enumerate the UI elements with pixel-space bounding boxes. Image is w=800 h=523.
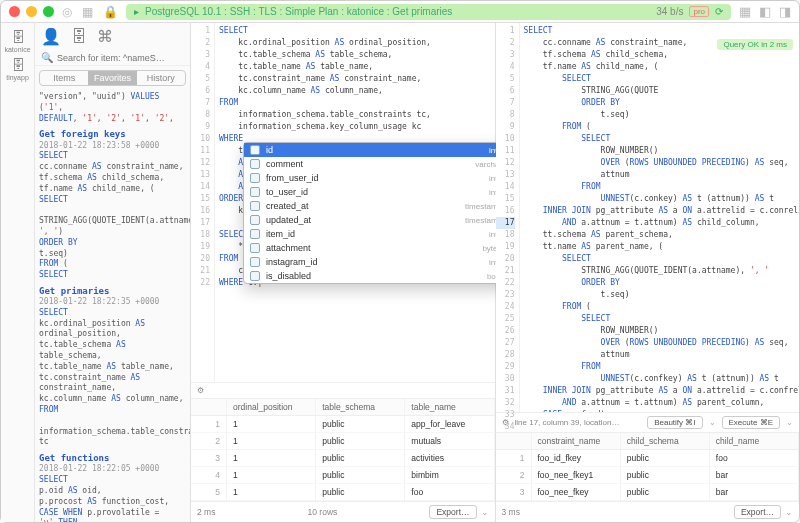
table-header[interactable]: table_name: [405, 399, 494, 415]
layout-grid-icon[interactable]: ▦: [739, 4, 751, 19]
tab-items[interactable]: Items: [40, 71, 88, 85]
tab-history[interactable]: History: [137, 71, 185, 85]
table-header[interactable]: table_schema: [316, 399, 405, 415]
search-input[interactable]: [57, 53, 184, 63]
toolbar-left-icons: ◎ ▦ 🔒: [62, 5, 118, 19]
rail-label: tinyapp: [6, 74, 29, 81]
chevron-down-icon[interactable]: ⌄: [785, 507, 793, 517]
table-cell: foo_id_fkey: [532, 450, 621, 466]
table-cell: foo_nee_fkey1: [532, 467, 621, 483]
item-name: instagram_id: [266, 257, 483, 267]
gear-icon[interactable]: ⚙: [197, 386, 204, 395]
table-header[interactable]: constraint_name: [532, 433, 621, 449]
close-window-button[interactable]: [9, 6, 20, 17]
autocomplete-item[interactable]: updated_at timestamp: [244, 213, 508, 227]
favorite-sql: SELECT kc.ordinal_position AS ordinal_po…: [39, 308, 186, 448]
right-footer: 3 ms Export… ⌄: [496, 501, 800, 522]
database-icon: 🗄: [11, 57, 25, 73]
table-cell: mutuals: [405, 433, 494, 449]
table-cell: public: [316, 450, 405, 466]
play-icon[interactable]: ▸: [134, 6, 139, 17]
table-cell: public: [621, 467, 710, 483]
column-icon: [250, 229, 260, 239]
autocomplete-item[interactable]: comment varchar: [244, 157, 508, 171]
refresh-icon[interactable]: ⟳: [715, 6, 723, 17]
favorite-title[interactable]: Get primaries: [39, 285, 186, 297]
table-cell: public: [316, 416, 405, 432]
table-row[interactable]: 31publicactivities: [191, 450, 495, 467]
autocomplete-item[interactable]: attachment bytea: [244, 241, 508, 255]
right-code[interactable]: SELECT cc.conname AS constraint_name, tf…: [520, 23, 800, 412]
autocomplete-item[interactable]: instagram_id int4: [244, 255, 508, 269]
table-header[interactable]: child_schema: [621, 433, 710, 449]
item-name: created_at: [266, 201, 459, 211]
table-cell: 1: [227, 416, 316, 432]
export-button[interactable]: Export…: [734, 505, 781, 519]
autocomplete-item[interactable]: item_id int4: [244, 227, 508, 241]
table-cell: 1: [227, 467, 316, 483]
table-cell: public: [621, 484, 710, 500]
panel-left-icon[interactable]: ◧: [759, 4, 771, 19]
right-pane: 1234567891011121314151617181920212223242…: [496, 23, 800, 522]
execute-button[interactable]: Execute ⌘E: [722, 416, 780, 429]
table-row[interactable]: 41publicbimbim: [191, 467, 495, 484]
sidebar-search[interactable]: 🔍: [35, 50, 190, 66]
grid-icon[interactable]: ▦: [82, 5, 93, 19]
user-icon[interactable]: 👤: [41, 27, 61, 46]
chevron-down-icon[interactable]: ⌄: [786, 418, 793, 427]
zoom-window-button[interactable]: [43, 6, 54, 17]
favorite-title[interactable]: Get foreign keys: [39, 128, 186, 140]
table-cell: bimbim: [405, 467, 494, 483]
table-cell: public: [316, 484, 405, 500]
export-button[interactable]: Export…: [429, 505, 476, 519]
table-row[interactable]: 11publicapp_for_leave: [191, 416, 495, 433]
autocomplete-item[interactable]: to_user_id int4: [244, 185, 508, 199]
database-icon[interactable]: 🗄: [71, 28, 87, 46]
table-row[interactable]: 2foo_nee_fkey1publicbar: [496, 467, 800, 484]
table-header[interactable]: child_name: [710, 433, 799, 449]
right-results-table[interactable]: constraint_namechild_schemachild_name1fo…: [496, 432, 800, 501]
autocomplete-popup[interactable]: id int4 comment varchar from_user_id int…: [243, 142, 509, 284]
terminal-icon[interactable]: ⌘: [97, 27, 113, 46]
right-toolbar: ⚙ line 17, column 39, location… Beautify…: [496, 412, 800, 432]
panel-right-icon[interactable]: ◨: [779, 4, 791, 19]
left-gutter: 12345678910111213141516171819202122: [191, 23, 215, 382]
left-editor[interactable]: 12345678910111213141516171819202122 SELE…: [191, 23, 495, 382]
app-window: ◎ ▦ 🔒 ▸ PostgreSQL 10.1 : SSH : TLS : Si…: [0, 0, 800, 523]
left-results-table[interactable]: ordinal_positiontable_schematable_name11…: [191, 398, 495, 501]
footer-time: 3 ms: [502, 507, 520, 517]
item-name: from_user_id: [266, 173, 483, 183]
main-split: 12345678910111213141516171819202122 SELE…: [191, 23, 799, 522]
traffic-lights: [9, 6, 54, 17]
tab-favorites[interactable]: Favorites: [88, 71, 136, 85]
table-header[interactable]: ordinal_position: [227, 399, 316, 415]
beautify-button[interactable]: Beautify ⌘I: [647, 416, 702, 429]
eye-icon[interactable]: ◎: [62, 5, 72, 19]
table-cell: foo: [405, 484, 494, 500]
autocomplete-item[interactable]: from_user_id int4: [244, 171, 508, 185]
rail-label: katonice: [4, 46, 30, 53]
chevron-down-icon[interactable]: ⌄: [709, 418, 716, 427]
column-icon: [250, 243, 260, 253]
favorite-date: 2018-01-22 18:23:58 +0000: [39, 141, 186, 152]
favorite-sql: SELECT p.oid AS oid, p.procost AS functi…: [39, 475, 186, 522]
table-cell: 1: [227, 484, 316, 500]
table-row[interactable]: 3foo_nee_fkeypublicbar: [496, 484, 800, 501]
table-row[interactable]: 51publicfoo: [191, 484, 495, 501]
table-row[interactable]: 21publicmutuals: [191, 433, 495, 450]
favorites-list[interactable]: "version", "uuid") VALUES ('1',DEFAULT, …: [35, 90, 190, 522]
item-name: to_user_id: [266, 187, 483, 197]
autocomplete-item[interactable]: created_at timestamp: [244, 199, 508, 213]
item-name: comment: [266, 159, 469, 169]
favorite-title[interactable]: Get functions: [39, 452, 186, 464]
autocomplete-item[interactable]: is_disabled bool: [244, 269, 508, 283]
connection-katonice[interactable]: 🗄 katonice: [3, 29, 33, 53]
connection-tinyapp[interactable]: 🗄 tinyapp: [3, 57, 33, 81]
chevron-down-icon[interactable]: ⌄: [481, 507, 489, 517]
table-row[interactable]: 1foo_id_fkeypublicfoo: [496, 450, 800, 467]
right-editor[interactable]: 1234567891011121314151617181920212223242…: [496, 23, 800, 412]
minimize-window-button[interactable]: [26, 6, 37, 17]
lock-icon[interactable]: 🔒: [103, 5, 118, 19]
pro-badge[interactable]: pro: [689, 6, 709, 17]
autocomplete-item[interactable]: id int4: [244, 143, 508, 157]
